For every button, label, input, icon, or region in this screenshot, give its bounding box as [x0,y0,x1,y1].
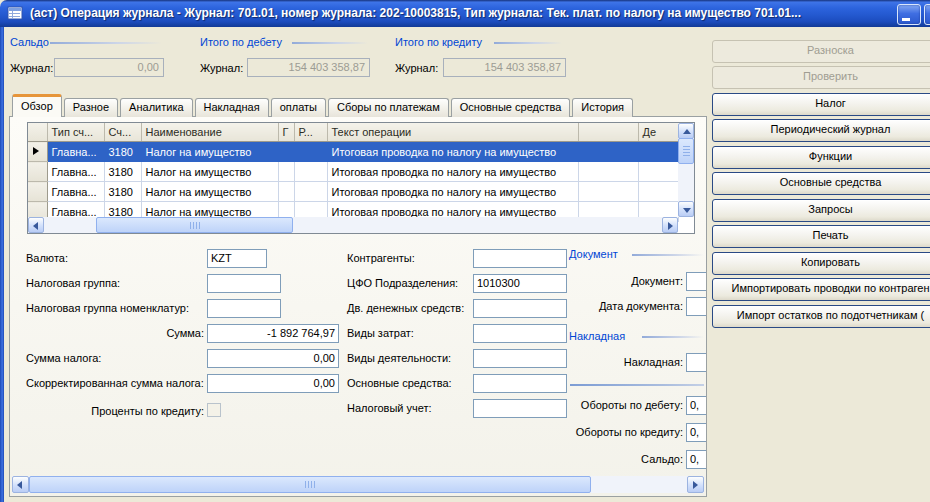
scroll-down-icon[interactable] [678,201,694,217]
row-marker-icon [33,147,39,155]
grid-cell[interactable]: Налог на имущество [141,142,278,162]
fixed-assets-field[interactable] [473,374,567,393]
grid-cell[interactable] [638,182,678,202]
balance-field[interactable]: 0, [686,450,707,469]
scroll-right-icon[interactable] [687,476,704,493]
grid-hscroll-thumb[interactable] [96,217,293,233]
col-header-account-type[interactable]: Тип сч... [47,123,104,142]
invoice-field[interactable] [686,353,707,372]
grid-cell[interactable] [578,162,638,182]
page-horizontal-scrollbar[interactable] [12,476,704,493]
tab-general[interactable]: Разное [64,98,118,117]
activity-type-field[interactable] [473,349,567,368]
row-selector-cell[interactable] [28,142,47,162]
grid-cell[interactable] [638,162,678,182]
post-button: Разноска [712,40,930,63]
cfo-department-field[interactable]: 1010300 [473,274,567,293]
grid-cell[interactable] [294,142,327,162]
item-tax-group-field[interactable] [207,299,281,318]
grid-cell[interactable]: Главна... [47,162,104,182]
copy-button[interactable]: Копировать [712,252,930,275]
activity-type-label: Виды деятельности: [347,352,471,364]
grid-cell[interactable]: Итоговая проводка по налогу на имущество [327,162,578,182]
grid-horizontal-scrollbar[interactable] [28,217,678,233]
amount-label: Сумма: [26,327,204,339]
page-hscroll-thumb[interactable] [29,476,591,493]
journal-operation-window: (аст) Операция журнала - Журнал: 701.01,… [0,0,930,502]
grid-vscroll-thumb[interactable] [678,138,694,164]
import-advance-holder-balances-button[interactable]: Импорт остатков по подотчетникам ( [712,305,930,328]
col-header-g[interactable]: Г [278,123,294,142]
credit-interest-label: Проценты по кредиту: [26,405,204,417]
scroll-right-icon[interactable] [662,217,678,233]
col-header-blank[interactable] [578,123,638,142]
grid-cell[interactable]: Главна... [47,182,104,202]
debit-turnover-field[interactable]: 0, [686,396,707,415]
scroll-up-icon[interactable] [678,123,694,139]
grid-cell[interactable]: Итоговая проводка по налогу на имущество [327,142,578,162]
tab-payments[interactable]: оплаты [271,98,326,117]
tab-invoice[interactable]: Накладная [195,98,269,117]
document-date-field[interactable] [686,297,707,316]
grid-cell[interactable]: 3180 [104,162,141,182]
credit-turnover-field[interactable]: 0, [686,423,707,442]
fixed-assets-button[interactable]: Основные средства [712,172,930,195]
cash-flow-field[interactable] [473,299,567,318]
tab-analytics[interactable]: Аналитика [120,98,192,117]
col-header-name[interactable]: Наименование [141,123,278,142]
tab-overview[interactable]: Обзор [12,94,62,117]
grid-cell[interactable] [578,142,638,162]
grid-cell[interactable] [638,142,678,162]
cost-type-field[interactable] [473,324,567,343]
grid-cell[interactable] [278,182,294,202]
window-title: (аст) Операция журнала - Журнал: 701.01,… [30,0,890,27]
grid-cell[interactable] [294,182,327,202]
grid-cell[interactable]: 3180 [104,182,141,202]
window-button-partial[interactable] [924,4,930,25]
tax-amount-field[interactable]: 0,00 [207,349,339,368]
periodic-journal-button[interactable]: Периодический журнал [712,119,930,142]
grid-cell[interactable]: 3180 [104,142,141,162]
scroll-left-icon[interactable] [28,217,44,233]
grid-cell[interactable] [278,142,294,162]
tax-button[interactable]: Налог [712,93,930,116]
col-header-r[interactable]: Р... [294,123,327,142]
functions-button[interactable]: Функции [712,146,930,169]
grid-cell[interactable] [578,182,638,202]
table-row[interactable]: Главна... 3180 Налог на имущество Итогов… [28,182,678,202]
table-row[interactable]: Главна... 3180 Налог на имущество Итогов… [28,142,678,162]
amount-field[interactable]: -1 892 764,97 [207,324,339,343]
counterparty-field[interactable] [473,249,567,268]
tab-payment-fees[interactable]: Сборы по платежам [328,98,449,117]
grid-cell[interactable] [294,162,327,182]
debit-journal-label: Журнал: [200,62,243,74]
inquiries-button[interactable]: Запросы [712,199,930,222]
scroll-left-icon[interactable] [12,476,29,493]
document-field[interactable] [686,272,707,291]
table-row[interactable]: Главна... 3180 Налог на имущество Итогов… [28,162,678,182]
tax-accounting-label: Налоговый учет: [347,402,471,414]
row-selector-cell[interactable] [28,182,47,202]
grid-vertical-scrollbar[interactable] [678,123,694,217]
tax-group-field[interactable] [207,274,281,293]
grid-cell[interactable]: Итоговая проводка по налогу на имущество [327,182,578,202]
grid-cell[interactable]: Налог на имущество [141,182,278,202]
tab-history[interactable]: История [572,98,633,117]
adjusted-tax-amount-field[interactable]: 0,00 [207,374,339,393]
col-header-account[interactable]: Сч... [104,123,141,142]
tab-fixed-assets[interactable]: Основные средства [451,98,571,117]
adjusted-tax-amount-label: Скорректированная сумма налога: [26,377,206,389]
print-button[interactable]: Печать [712,225,930,248]
col-header-debit[interactable]: Де [638,123,678,142]
row-selector-cell[interactable] [28,162,47,182]
minimize-button[interactable] [897,4,921,25]
grid-cell[interactable] [278,162,294,182]
currency-field[interactable]: KZT [207,249,267,268]
col-header-operation-text[interactable]: Текст операции [327,123,578,142]
import-counterparty-transactions-button[interactable]: Импортировать проводки по контраген [712,278,930,301]
col-header-selector[interactable] [28,123,47,142]
saldo-journal-field: 0,00 [54,58,164,77]
grid-cell[interactable]: Налог на имущество [141,162,278,182]
balance-label: Сальдо: [529,453,683,465]
grid-cell[interactable]: Главна... [47,142,104,162]
